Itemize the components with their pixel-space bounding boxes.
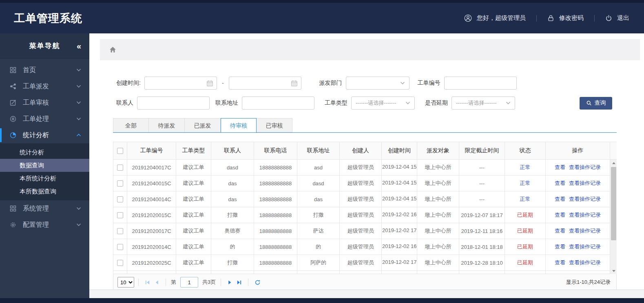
user-greeting[interactable]: 您好，超级管理员 bbox=[464, 14, 526, 22]
table-cell: 201912040014C bbox=[127, 191, 176, 207]
row-checkbox[interactable] bbox=[117, 196, 123, 202]
collapse-icon[interactable]: « bbox=[77, 42, 80, 50]
contact-input[interactable] bbox=[137, 97, 210, 110]
dispatch-dept-select[interactable] bbox=[346, 77, 409, 90]
table-cell: 18888888888 bbox=[254, 207, 297, 223]
view-log-link[interactable]: 查看操作记录 bbox=[569, 180, 601, 186]
table-cell bbox=[113, 160, 127, 176]
sidebar-item-首页[interactable]: 首页 bbox=[0, 62, 89, 78]
table-cell: --- bbox=[459, 191, 505, 207]
tab-已派发[interactable]: 已派发 bbox=[185, 118, 221, 132]
search-button-label: 查询 bbox=[595, 99, 606, 107]
sidebar-item-工单派发[interactable]: 工单派发 bbox=[0, 78, 89, 94]
order-type-select[interactable]: -------请选择------- bbox=[351, 97, 415, 110]
prev-page-button[interactable] bbox=[152, 280, 162, 285]
header-divider bbox=[594, 15, 595, 22]
row-checkbox[interactable] bbox=[117, 244, 123, 250]
sidebar-menu: 首页工单派发工单审核工单处理统计分析统计分析数据查询本所统计分析本所数据查询系统… bbox=[0, 62, 89, 233]
view-log-link[interactable]: 查看操作记录 bbox=[569, 244, 601, 250]
chevron-down-icon bbox=[506, 101, 511, 105]
sidebar-subitem-本所统计分析[interactable]: 本所统计分析 bbox=[0, 172, 89, 185]
main-body: 创建时间: - 派发部门 工单编号 bbox=[89, 33, 644, 290]
search-button[interactable]: 查询 bbox=[580, 97, 612, 110]
sidebar-item-label: 系统管理 bbox=[23, 204, 76, 213]
select-all-checkbox[interactable] bbox=[117, 148, 123, 154]
scrollbar-thumb[interactable] bbox=[611, 167, 616, 240]
column-header: 联系人 bbox=[211, 142, 254, 160]
calendar-icon[interactable] bbox=[291, 80, 298, 87]
view-link[interactable]: 查看 bbox=[555, 259, 565, 266]
view-log-link[interactable]: 查看操作记录 bbox=[569, 259, 601, 266]
table-cell: 查看查看操作记录 bbox=[546, 207, 610, 223]
sidebar-item-工单审核[interactable]: 工单审核 bbox=[0, 94, 89, 111]
row-checkbox[interactable] bbox=[117, 228, 123, 234]
page-size-select[interactable]: 10 bbox=[117, 277, 134, 288]
table-cell: 2019-12-04 15 bbox=[382, 191, 417, 207]
logout-button[interactable]: 退出 bbox=[605, 14, 629, 22]
table-cell: 阿萨的 bbox=[297, 255, 340, 271]
chevron-up-icon bbox=[76, 134, 81, 137]
scroll-down-arrow-icon[interactable] bbox=[610, 268, 617, 274]
tab-已审核[interactable]: 已审核 bbox=[257, 118, 292, 132]
sidebar-subitem-数据查询[interactable]: 数据查询 bbox=[0, 159, 89, 172]
table-cell: 正常 bbox=[505, 160, 546, 176]
tabs-bar: 全部待派发已派发待审核已审核 bbox=[113, 118, 617, 133]
address-input[interactable] bbox=[242, 97, 314, 110]
tab-全部[interactable]: 全部 bbox=[113, 118, 149, 132]
first-page-button[interactable] bbox=[143, 280, 152, 285]
table-cell bbox=[113, 207, 127, 223]
create-time-end-input[interactable] bbox=[229, 77, 301, 90]
sidebar-item-配置管理[interactable]: 配置管理 bbox=[0, 217, 89, 233]
view-log-link[interactable]: 查看操作记录 bbox=[569, 196, 601, 202]
view-link[interactable]: 查看 bbox=[555, 244, 565, 250]
sidebar-subitem-本所数据查询[interactable]: 本所数据查询 bbox=[0, 185, 89, 198]
table-cell: 201912020025C bbox=[127, 255, 176, 271]
tab-待审核[interactable]: 待审核 bbox=[221, 118, 257, 133]
sidebar-title: 菜单导航 bbox=[29, 41, 60, 50]
change-password-button[interactable]: 修改密码 bbox=[547, 14, 584, 22]
view-link[interactable]: 查看 bbox=[555, 228, 565, 234]
row-checkbox[interactable] bbox=[117, 212, 123, 218]
calendar-icon[interactable] bbox=[206, 80, 213, 87]
view-log-link[interactable]: 查看操作记录 bbox=[569, 228, 601, 234]
breadcrumb bbox=[100, 39, 640, 60]
last-page-button[interactable] bbox=[235, 280, 244, 285]
refresh-icon[interactable] bbox=[252, 279, 263, 285]
process-icon bbox=[10, 116, 17, 122]
view-link[interactable]: 查看 bbox=[555, 196, 565, 202]
table-cell: 2019-12-28 18:10 bbox=[459, 255, 505, 271]
next-page-button[interactable] bbox=[225, 280, 235, 285]
status-badge: 正常 bbox=[520, 164, 531, 170]
home-icon[interactable] bbox=[109, 46, 117, 54]
order-no-input[interactable] bbox=[444, 77, 517, 90]
table-cell: 超级管理员 bbox=[340, 191, 382, 207]
sidebar-item-系统管理[interactable]: 系统管理 bbox=[0, 200, 89, 217]
page-number-input[interactable] bbox=[180, 277, 198, 288]
row-checkbox[interactable] bbox=[117, 165, 123, 171]
table-cell: 201912040015C bbox=[127, 176, 176, 191]
column-header: 状态 bbox=[505, 142, 546, 160]
delay-select[interactable]: -------请选择------- bbox=[451, 97, 515, 110]
table-cell: 已延期 bbox=[505, 207, 546, 223]
table-cell bbox=[254, 271, 297, 274]
table-cell bbox=[505, 271, 546, 274]
sidebar-item-工单处理[interactable]: 工单处理 bbox=[0, 111, 89, 127]
scroll-up-arrow-icon[interactable] bbox=[610, 160, 617, 166]
view-log-link[interactable]: 查看操作记录 bbox=[569, 164, 601, 170]
view-link[interactable]: 查看 bbox=[555, 180, 565, 186]
create-time-start-input[interactable] bbox=[144, 77, 217, 90]
sidebar-item-label: 统计分析 bbox=[23, 131, 76, 140]
table-scrollbar[interactable] bbox=[610, 160, 617, 274]
row-checkbox[interactable] bbox=[117, 260, 123, 266]
view-log-link[interactable]: 查看操作记录 bbox=[569, 212, 601, 218]
view-link[interactable]: 查看 bbox=[555, 212, 565, 218]
table-cell: 18888888888 bbox=[254, 176, 297, 191]
row-checkbox[interactable] bbox=[117, 180, 123, 187]
table-cell: 已延期 bbox=[505, 223, 546, 239]
sidebar-subitem-统计分析[interactable]: 统计分析 bbox=[0, 146, 89, 159]
table-cell: 2019-12-11 18:16 bbox=[459, 223, 505, 239]
footer-bar bbox=[0, 298, 644, 303]
tab-待派发[interactable]: 待派发 bbox=[149, 118, 185, 132]
view-link[interactable]: 查看 bbox=[555, 164, 565, 170]
sidebar-item-统计分析[interactable]: 统计分析 bbox=[0, 127, 89, 143]
